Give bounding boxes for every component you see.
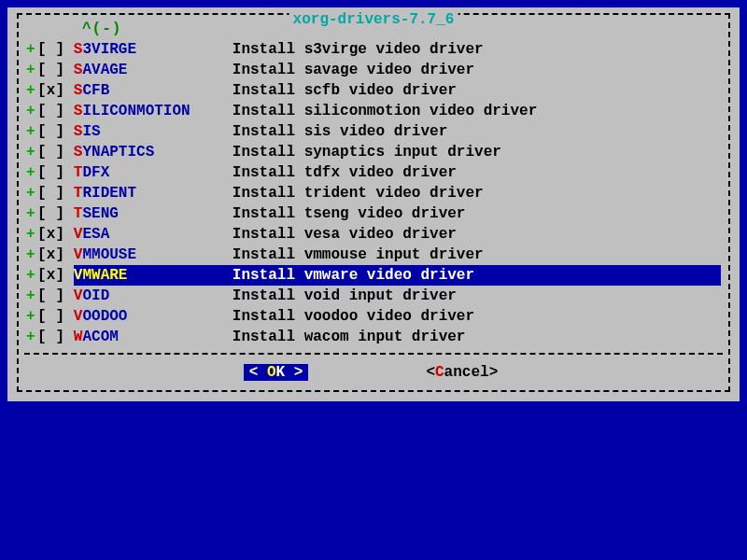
option-name: VOID <box>74 286 233 306</box>
hotkey-char: S <box>74 103 83 119</box>
option-name: VESA <box>74 224 233 245</box>
bracket-close: ] <box>56 162 74 183</box>
option-row[interactable]: +[ ] TSENGInstall tseng video driver <box>26 203 721 224</box>
option-description: Install wacom input driver <box>233 327 721 347</box>
bracket-open: [ <box>37 39 47 60</box>
plus-icon: + <box>26 286 37 306</box>
option-description: Install tseng video driver <box>233 203 721 224</box>
option-description: Install void input driver <box>233 286 721 306</box>
angle-right-icon: > <box>294 364 303 381</box>
option-description: Install vmmouse input driver <box>233 245 721 265</box>
checkbox-mark[interactable] <box>47 306 56 327</box>
checkbox-mark[interactable] <box>47 286 56 306</box>
option-description: Install scfb video driver <box>233 80 721 101</box>
hotkey-char: V <box>74 267 83 284</box>
checkbox-mark[interactable]: x <box>47 265 56 286</box>
plus-icon: + <box>26 245 37 265</box>
option-name: SAVAGE <box>74 60 233 80</box>
bracket-close: ] <box>56 245 74 265</box>
hotkey-char: T <box>74 205 83 222</box>
button-bar: < OK > <Cancel> <box>26 360 721 383</box>
dialog-title: xorg-drivers-7.7_6 <box>289 11 458 28</box>
option-row[interactable]: +[ ] TRIDENTInstall trident video driver <box>26 183 721 203</box>
bracket-open: [ <box>37 121 47 142</box>
option-description: Install tdfx video driver <box>233 162 721 183</box>
checkbox-mark[interactable] <box>47 183 56 203</box>
checkbox-mark[interactable] <box>47 60 56 80</box>
angle-left-icon: < <box>249 364 259 381</box>
option-description: Install savage video driver <box>233 60 721 80</box>
angle-right-icon: > <box>489 364 499 381</box>
option-row[interactable]: +[ ] VOIDInstall void input driver <box>26 286 721 306</box>
bracket-close: ] <box>56 306 74 327</box>
separator <box>24 353 723 355</box>
bracket-open: [ <box>37 327 47 347</box>
option-name-rest: RIDENT <box>82 185 136 202</box>
option-row[interactable]: +[ ] S3VIRGEInstall s3virge video driver <box>26 39 721 60</box>
bracket-open: [ <box>37 306 47 327</box>
plus-icon: + <box>26 39 37 60</box>
option-name: TDFX <box>74 162 233 183</box>
option-row[interactable]: +[ ] SISInstall sis video driver <box>26 121 721 142</box>
option-name-rest: MWARE <box>82 267 127 284</box>
option-name-rest: DFX <box>82 164 109 181</box>
option-name-rest: CFB <box>82 82 109 99</box>
plus-icon: + <box>26 60 37 80</box>
checkbox-mark[interactable] <box>47 203 56 224</box>
option-description: Install vesa video driver <box>233 224 721 245</box>
bracket-open: [ <box>37 183 47 203</box>
option-description: Install synaptics input driver <box>233 142 721 162</box>
option-name-rest: MMOUSE <box>82 246 136 263</box>
angle-left-icon: < <box>426 364 435 381</box>
option-row[interactable]: +[ ] SYNAPTICSInstall synaptics input dr… <box>26 142 721 162</box>
option-row[interactable]: +[ ] VOODOOInstall voodoo video driver <box>26 306 721 327</box>
checkbox-mark[interactable] <box>47 327 56 347</box>
hotkey-char: T <box>74 164 83 181</box>
plus-icon: + <box>26 162 37 183</box>
plus-icon: + <box>26 121 37 142</box>
option-description: Install vmware video driver <box>233 265 721 286</box>
plus-icon: + <box>26 203 37 224</box>
option-name: VMMOUSE <box>74 245 233 265</box>
checkbox-mark[interactable] <box>47 39 56 60</box>
option-name-rest: IS <box>82 123 100 140</box>
bracket-close: ] <box>56 60 74 80</box>
ok-button[interactable]: < OK > <box>244 364 309 381</box>
option-row[interactable]: +[x] VESAInstall vesa video driver <box>26 224 721 245</box>
option-description: Install s3virge video driver <box>233 39 721 60</box>
bracket-open: [ <box>37 60 47 80</box>
option-row[interactable]: +[x] VMWAREInstall vmware video driver <box>26 265 721 286</box>
option-description: Install trident video driver <box>233 183 721 203</box>
option-name: VOODOO <box>74 306 233 327</box>
checkbox-mark[interactable] <box>47 142 56 162</box>
checkbox-mark[interactable] <box>47 101 56 121</box>
option-row[interactable]: +[ ] TDFXInstall tdfx video driver <box>26 162 721 183</box>
checkbox-mark[interactable] <box>47 162 56 183</box>
hotkey-char: V <box>74 246 83 263</box>
bracket-close: ] <box>56 286 74 306</box>
hotkey-char: S <box>74 123 83 140</box>
bracket-close: ] <box>56 327 74 347</box>
plus-icon: + <box>26 80 37 101</box>
checkbox-mark[interactable] <box>47 121 56 142</box>
hotkey-char: S <box>74 82 83 99</box>
option-name-rest: YNAPTICS <box>82 144 154 161</box>
option-row[interactable]: +[ ] WACOMInstall wacom input driver <box>26 327 721 347</box>
option-name: S3VIRGE <box>74 39 233 60</box>
checkbox-mark[interactable]: x <box>47 224 56 245</box>
option-row[interactable]: +[x] VMMOUSEInstall vmmouse input driver <box>26 245 721 265</box>
option-name-rest: ESA <box>82 226 109 243</box>
hotkey-char: V <box>74 226 83 243</box>
option-name: SYNAPTICS <box>74 142 233 162</box>
option-name: WACOM <box>74 327 233 347</box>
option-row[interactable]: +[ ] SILICONMOTIONInstall siliconmotion … <box>26 101 721 121</box>
cancel-button[interactable]: <Cancel> <box>420 364 503 381</box>
option-name: TRIDENT <box>74 183 233 203</box>
option-row[interactable]: +[ ] SAVAGEInstall savage video driver <box>26 60 721 80</box>
option-row[interactable]: +[x] SCFBInstall scfb video driver <box>26 80 721 101</box>
checkbox-mark[interactable]: x <box>47 80 56 101</box>
option-name-rest: SENG <box>82 205 118 222</box>
bracket-close: ] <box>56 203 74 224</box>
bracket-close: ] <box>56 101 74 121</box>
checkbox-mark[interactable]: x <box>47 245 56 265</box>
